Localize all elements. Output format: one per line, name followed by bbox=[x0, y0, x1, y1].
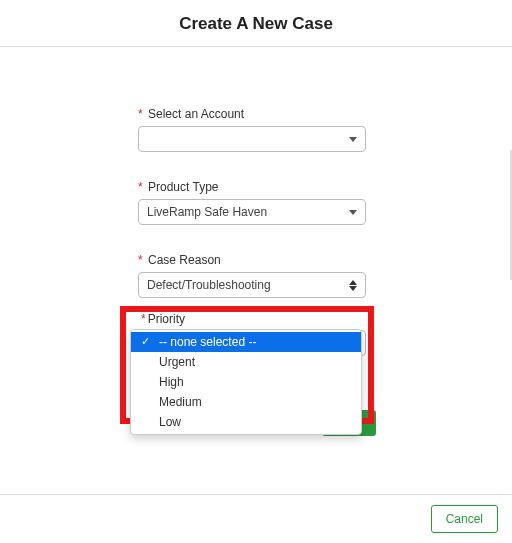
required-asterisk: * bbox=[138, 253, 143, 267]
priority-option-high[interactable]: High bbox=[131, 372, 361, 392]
chevron-down-icon bbox=[349, 137, 357, 142]
account-label-text: Select an Account bbox=[148, 107, 244, 121]
case-reason-select[interactable]: Defect/Troubleshooting bbox=[138, 272, 366, 298]
priority-option-medium[interactable]: Medium bbox=[131, 392, 361, 412]
required-asterisk: * bbox=[138, 180, 143, 194]
priority-label: *Priority bbox=[138, 312, 366, 326]
priority-option-urgent[interactable]: Urgent bbox=[131, 352, 361, 372]
dialog-footer: Cancel bbox=[0, 494, 512, 543]
dialog-header: Create A New Case bbox=[0, 0, 512, 47]
product-type-field: * Product Type LiveRamp Safe Haven bbox=[138, 180, 374, 225]
case-reason-label-text: Case Reason bbox=[148, 253, 221, 267]
product-type-label: * Product Type bbox=[138, 180, 374, 194]
priority-label-text: Priority bbox=[148, 312, 185, 326]
account-field: * Select an Account bbox=[138, 107, 374, 152]
chevron-down-icon bbox=[349, 210, 357, 215]
priority-dropdown: -- none selected -- Urgent High Medium L… bbox=[130, 329, 362, 435]
priority-option-low[interactable]: Low bbox=[131, 412, 361, 432]
product-type-select[interactable]: LiveRamp Safe Haven bbox=[138, 199, 366, 225]
product-type-label-text: Product Type bbox=[148, 180, 219, 194]
case-reason-field: * Case Reason Defect/Troubleshooting bbox=[138, 253, 374, 298]
account-label: * Select an Account bbox=[138, 107, 374, 121]
required-asterisk: * bbox=[138, 107, 143, 121]
priority-option-none[interactable]: -- none selected -- bbox=[131, 332, 361, 352]
cancel-button[interactable]: Cancel bbox=[431, 505, 498, 533]
dialog-title: Create A New Case bbox=[0, 14, 512, 34]
product-type-selected-value: LiveRamp Safe Haven bbox=[147, 205, 267, 219]
required-asterisk: * bbox=[141, 312, 146, 326]
case-reason-label: * Case Reason bbox=[138, 253, 374, 267]
case-reason-selected-value: Defect/Troubleshooting bbox=[147, 278, 271, 292]
account-select[interactable] bbox=[138, 126, 366, 152]
form-container: * Select an Account * Product Type LiveR… bbox=[0, 47, 512, 298]
stepper-icon bbox=[349, 280, 357, 291]
